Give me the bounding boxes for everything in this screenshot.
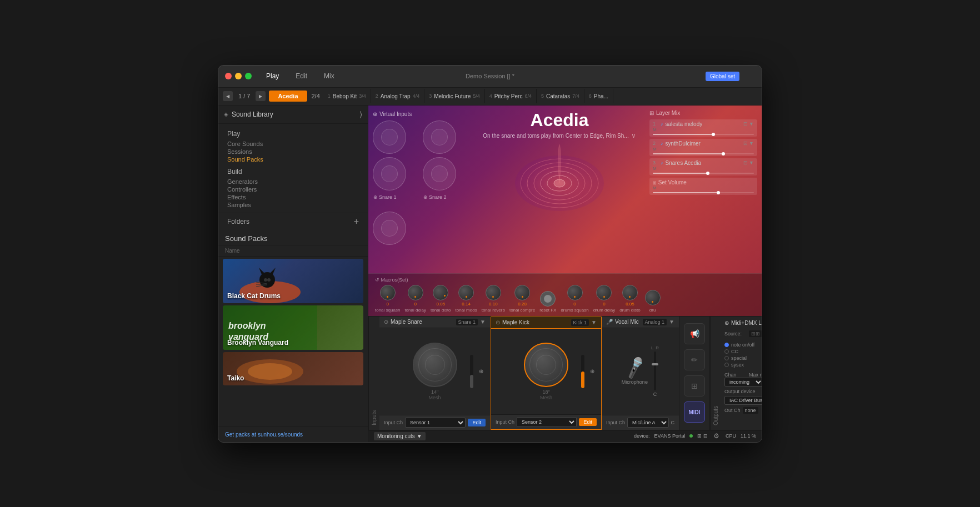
input-channel-kick: ⊙ Maple Kick Kick 1 ▼ 18" — [491, 317, 602, 430]
midi-source-row: Source: ⊞⊞ Midi 1 ▼ — [724, 329, 762, 338]
kick-menu[interactable]: ▼ — [591, 319, 597, 325]
song-slot-5[interactable]: 5 Cataratas 7/4 — [537, 89, 584, 103]
sp-item-label-taiko: Taiko — [227, 374, 244, 382]
lm-fader-2[interactable] — [653, 153, 754, 154]
mic-name: Vocal Mic — [615, 319, 641, 325]
sp-item-label-black-cat: Black Cat Drums — [227, 292, 281, 300]
snare-pad[interactable] — [413, 343, 457, 387]
midi-chan-select[interactable]: incoming — [724, 378, 762, 386]
set-volume-label: ⊞ Set Volume — [653, 179, 754, 185]
snare-sensitivity[interactable] — [470, 355, 473, 388]
snare-badge: Snare 1 — [456, 319, 478, 325]
midi-output-select[interactable]: IAC Driver Bus 1 — [724, 396, 762, 405]
song-slot-2[interactable]: 2 Analog Trap 4/4 — [371, 89, 424, 103]
side-pad-edit[interactable]: ✏ — [684, 349, 705, 370]
midi-radio-sysex[interactable]: sysex — [724, 362, 762, 368]
song-slot-4[interactable]: 4 Pitchy Perc 6/4 — [485, 89, 537, 103]
active-sound-button[interactable]: Acedia — [269, 91, 307, 102]
transport-bar: ◀ 1 / 7 ▶ Acedia 2/4 1 Bebop Kit 3/4 2 A… — [218, 88, 762, 106]
kick-size: 18" — [542, 389, 549, 395]
kick-sensor-select[interactable]: Sensor 2 — [517, 417, 577, 427]
vi-pad-br[interactable]: ⊕Snare 2 — [423, 157, 456, 190]
kick-badge: Kick 1 — [571, 319, 589, 326]
maximize-button[interactable] — [245, 73, 252, 79]
monitoring-button[interactable]: Monitoring cuts ▼ — [374, 432, 426, 440]
snare-icon: ⊙ — [384, 319, 388, 325]
vi-pad-bl[interactable]: ⊕Snare 1 — [373, 157, 406, 190]
sidebar-nav-build[interactable]: Build — [218, 165, 368, 178]
cpu-label: CPU — [726, 433, 736, 439]
song-slots: 1 Bebop Kit 3/4 2 Analog Trap 4/4 3 Melo… — [323, 89, 757, 103]
svg-text:brooklyn: brooklyn — [228, 321, 266, 330]
mic-menu[interactable]: ▼ — [669, 319, 674, 325]
side-pad-speaker[interactable]: 📢 — [684, 323, 705, 344]
global-set-button[interactable]: Global set — [706, 72, 739, 81]
snare-sensor-select[interactable]: Sensor 1 — [405, 418, 466, 428]
acedia-name: Acedia — [483, 110, 636, 130]
nav-play-tab[interactable]: Play — [258, 70, 287, 82]
input-channel-snare: ⊙ Maple Snare Snare 1 ▼ 14" — [379, 317, 491, 430]
traffic-lights — [225, 73, 252, 79]
side-pads: 📢 ✏ ⊞ MIDI — [679, 317, 710, 430]
next-button[interactable]: ▶ — [256, 91, 266, 101]
side-pad-midi[interactable]: MIDI — [684, 401, 705, 423]
sp-item-black-cat[interactable]: Black Cat Drums — [223, 259, 363, 303]
set-volume-fader[interactable] — [653, 192, 754, 193]
add-folder-button[interactable]: + — [354, 217, 359, 227]
sidebar-nav-play[interactable]: Play — [218, 127, 368, 140]
kick-settings-icon[interactable]: ⊕ — [588, 367, 597, 376]
lm-item-1: 1 ♪ salesta melody ⊡ ▼ M — [649, 119, 757, 137]
lm-fader-1[interactable] — [653, 134, 754, 135]
position-display: 1 / 7 — [238, 93, 250, 99]
midi-radio-note[interactable]: note on/off — [724, 342, 762, 348]
title-bar: Play Edit Mix Demo Session [] * Global s… — [218, 66, 762, 88]
side-pad-grid[interactable]: ⊞ — [684, 375, 705, 396]
snare-menu[interactable]: ▼ — [480, 319, 486, 325]
lm-item-2: 2 ♪ synthDulcimer ⊡ ▼ M — [649, 139, 757, 156]
sidebar-nav: Play Core Sounds Sessions Sound Packs Bu… — [218, 124, 368, 213]
midi-chan-values: incoming 10 s — [724, 378, 762, 386]
session-title: Demo Session [] * — [466, 73, 514, 79]
sp-footer-link[interactable]: Get packs at sunhou.se/sounds — [225, 431, 303, 438]
settings-icon[interactable]: ⚙ — [712, 431, 721, 440]
main-content: ◈ Sound Library ⟩ Play Core Sounds Sessi… — [218, 106, 762, 442]
virtual-inputs-label: Virtual Inputs — [379, 111, 412, 117]
midi-radio-cc[interactable]: CC — [724, 349, 762, 354]
kick-pad[interactable] — [524, 343, 568, 387]
vi-pad-tr[interactable] — [423, 121, 456, 154]
layer-mix-title: Layer Mix — [656, 110, 680, 116]
midi-output-device-row: Output device IAC Driver Bus 1 — [724, 389, 762, 405]
nav-mix-tab[interactable]: Mix — [316, 70, 342, 82]
song-slot-1[interactable]: 1 Bebop Kit 3/4 — [323, 89, 371, 103]
collapse-sidebar-button[interactable]: ⟩ — [359, 110, 362, 119]
song-slot-3[interactable]: 3 Melodic Future 5/4 — [424, 89, 485, 103]
macro-tonal-squash: 0 tonal squash — [375, 285, 400, 313]
kick-edit-button[interactable]: Edit — [579, 418, 597, 426]
close-button[interactable] — [225, 73, 232, 79]
desc-expand-button[interactable]: ∨ — [631, 132, 636, 139]
sp-item-brooklyn[interactable]: brooklyn vanguard Brooklyn Vanguard — [223, 305, 363, 350]
mic-input-select[interactable]: Mic/Line A — [627, 418, 668, 428]
prev-button[interactable]: ◀ — [223, 91, 233, 101]
mic-fader: L R C — [651, 345, 659, 397]
snare-settings-icon[interactable]: ⊕ — [477, 367, 486, 376]
vi-pad-bottom[interactable] — [373, 212, 406, 245]
song-slot-6[interactable]: 6 Pha... — [584, 89, 613, 103]
folders-section: Folders + — [218, 213, 368, 230]
macro-knob-circle[interactable] — [380, 285, 396, 300]
snare-edit-button[interactable]: Edit — [468, 419, 486, 426]
sp-footer: Get packs at sunhou.se/sounds — [218, 426, 368, 442]
lm-fader-3[interactable] — [653, 173, 754, 174]
minimize-button[interactable] — [235, 73, 242, 79]
kick-sensitivity[interactable] — [581, 355, 584, 388]
grid-view-button[interactable]: ⊞ ⊟ — [697, 433, 708, 439]
vi-pad-tl[interactable] — [373, 121, 406, 154]
macro-reset-fx: reset FX — [539, 291, 556, 313]
mic-channel-label: C — [653, 391, 657, 397]
nav-edit-tab[interactable]: Edit — [288, 70, 315, 82]
macros-bar: ↺ Macros(Set) 0 tonal squash 0 tonal del… — [368, 273, 762, 316]
device-label: device: — [634, 433, 650, 439]
midi-radio-special[interactable]: special — [724, 355, 762, 361]
sp-item-taiko[interactable]: Taiko — [223, 352, 363, 385]
set-volume: ⊞ Set Volume M — [649, 178, 757, 195]
